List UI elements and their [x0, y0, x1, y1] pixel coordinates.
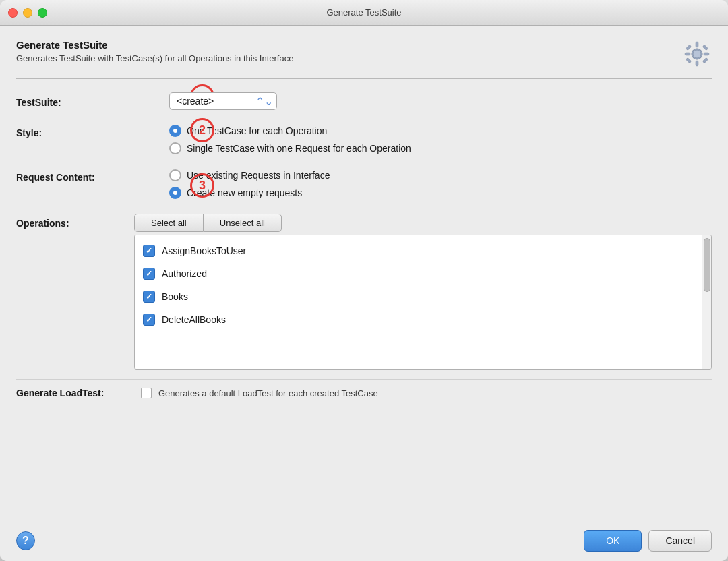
style-row: Style: 2 One TestCase for each Operation… — [16, 125, 712, 154]
dialog-title: Generate TestSuite — [16, 39, 293, 51]
style-label: Style: — [16, 125, 134, 138]
testsuite-select-wrapper: <create> ⌃⌄ — [169, 92, 277, 110]
operations-row: Operations: 4 Select all Unselect all ✓ — [16, 214, 712, 370]
dialog-footer: ? OK Cancel — [0, 523, 728, 561]
style-controls: One TestCase for each Operation Single T… — [169, 125, 712, 154]
cancel-button[interactable]: Cancel — [648, 530, 712, 552]
unselect-all-button[interactable]: Unselect all — [203, 214, 282, 232]
style-option-2[interactable]: Single TestCase with one Request for eac… — [169, 142, 712, 154]
ops-checkbox-2[interactable]: ✓ — [143, 291, 155, 303]
main-window: Generate TestSuite Generate TestSuite Ge… — [0, 0, 728, 561]
window-title: Generate TestSuite — [326, 7, 401, 18]
ops-checkbox-0[interactable]: ✓ — [143, 245, 155, 257]
style-radio-2[interactable] — [169, 142, 181, 154]
request-option-2[interactable]: Create new empty requests — [169, 187, 712, 199]
ops-item-1[interactable]: ✓ Authorized — [135, 262, 702, 285]
ops-item-0[interactable]: ✓ AssignBooksToUser — [135, 239, 702, 262]
request-radio-2[interactable] — [169, 187, 181, 199]
svg-point-9 — [693, 50, 701, 58]
svg-rect-4 — [704, 53, 709, 55]
operations-label: Operations: — [16, 214, 134, 229]
request-radio-1[interactable] — [169, 169, 181, 181]
help-button[interactable]: ? — [16, 531, 35, 550]
svg-rect-6 — [702, 45, 708, 50]
svg-rect-5 — [686, 45, 691, 50]
request-content-row: Request Content: 3 Use existing Requests… — [16, 169, 712, 199]
operations-controls: Select all Unselect all ✓ AssignBooksToU… — [134, 214, 712, 370]
loadtest-checkbox[interactable] — [141, 388, 152, 398]
header-text: Generate TestSuite Generates TestSuite w… — [16, 39, 293, 63]
style-label-2: Single TestCase with one Request for eac… — [187, 143, 411, 154]
request-option-1[interactable]: Use existing Requests in Interface — [169, 169, 712, 181]
testsuite-select-container: <create> ⌃⌄ — [169, 92, 277, 110]
ops-buttons-row: Select all Unselect all — [134, 214, 712, 232]
svg-rect-7 — [686, 57, 691, 63]
svg-rect-1 — [696, 42, 698, 47]
header-section: Generate TestSuite Generates TestSuite w… — [16, 39, 712, 79]
loadtest-label: Generate LoadTest: — [16, 388, 134, 398]
dialog-subtitle: Generates TestSuite with TestCase(s) for… — [16, 53, 293, 63]
ok-button[interactable]: OK — [584, 530, 642, 552]
step-3-badge: 3 — [190, 173, 214, 198]
ops-label-1: Authorized — [162, 268, 207, 279]
style-option-1[interactable]: One TestCase for each Operation — [169, 125, 712, 137]
select-all-button[interactable]: Select all — [134, 214, 203, 232]
traffic-lights — [8, 8, 47, 18]
scrollbar-thumb[interactable] — [704, 238, 710, 292]
ops-checkbox-3[interactable]: ✓ — [143, 314, 155, 326]
ops-item-2[interactable]: ✓ Books — [135, 285, 702, 308]
maximize-button[interactable] — [38, 8, 47, 18]
style-radio-1[interactable] — [169, 125, 181, 137]
ops-checkbox-1[interactable]: ✓ — [143, 268, 155, 280]
ops-label-3: DeleteAllBooks — [162, 314, 226, 325]
request-content-label: Request Content: — [16, 169, 134, 183]
close-button[interactable] — [8, 8, 18, 18]
testsuite-select[interactable]: <create> — [169, 92, 277, 110]
minimize-button[interactable] — [23, 8, 32, 18]
generate-loadtest-row: Generate LoadTest: Generates a default L… — [16, 379, 712, 398]
dialog-content: Generate TestSuite Generates TestSuite w… — [0, 26, 728, 523]
footer-buttons: OK Cancel — [584, 530, 712, 552]
step-2-badge: 2 — [190, 118, 214, 142]
title-bar: Generate TestSuite — [0, 0, 728, 26]
operations-list: ✓ AssignBooksToUser ✓ Authorized — [135, 235, 711, 335]
operations-list-container: ✓ AssignBooksToUser ✓ Authorized — [134, 235, 712, 370]
request-content-controls: Use existing Requests in Interface Creat… — [169, 169, 712, 199]
ops-label-0: AssignBooksToUser — [162, 245, 246, 256]
testsuite-row: TestSuite: 1 <create> ⌃⌄ — [16, 92, 712, 110]
settings-icon — [682, 39, 712, 69]
loadtest-desc: Generates a default LoadTest for each cr… — [158, 388, 378, 398]
svg-rect-2 — [696, 61, 698, 66]
svg-rect-3 — [685, 53, 690, 55]
ops-scrollbar[interactable] — [702, 235, 711, 369]
ops-label-2: Books — [162, 291, 188, 302]
ops-item-3[interactable]: ✓ DeleteAllBooks — [135, 308, 702, 331]
testsuite-label: TestSuite: — [16, 94, 134, 108]
svg-rect-8 — [702, 57, 708, 63]
